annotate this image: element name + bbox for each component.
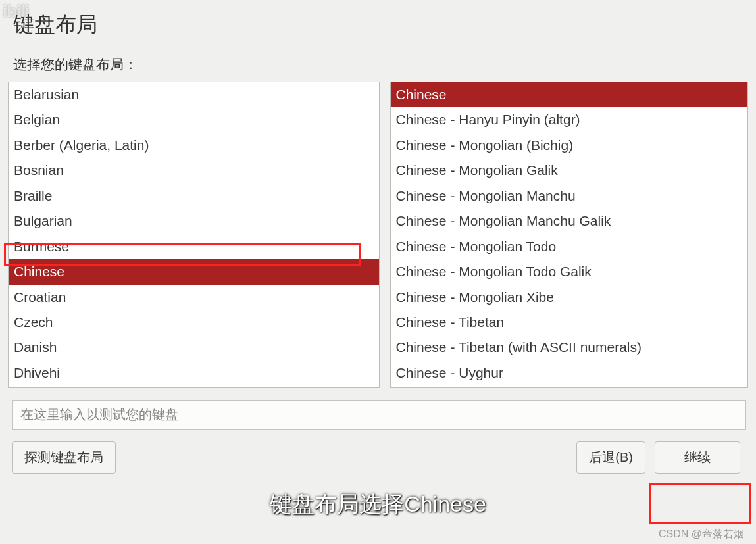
variant-listbox[interactable]: ChineseChinese - Hanyu Pinyin (altgr)Chi… (390, 82, 749, 388)
layout-item[interactable]: Bulgarian (9, 209, 379, 234)
layout-item[interactable]: Berber (Algeria, Latin) (9, 133, 379, 158)
back-button[interactable]: 后退(B) (576, 441, 645, 474)
variant-item[interactable]: Chinese - Hanyu Pinyin (altgr) (391, 107, 748, 132)
variant-item[interactable]: Chinese - Mongolian Manchu Galik (391, 209, 748, 234)
layout-item[interactable]: Chinese (9, 259, 379, 284)
variant-item[interactable]: Chinese - Mongolian Xibe (391, 285, 748, 310)
variant-item[interactable]: Chinese - Mongolian Todo (391, 234, 748, 259)
layout-item[interactable]: Burmese (9, 234, 379, 259)
layout-item[interactable]: Croatian (9, 285, 379, 310)
watermark-bottom-right: CSDN @帝落若烟 (659, 528, 744, 541)
video-caption-overlay: 键盘布局选择Chinese (270, 489, 486, 520)
variant-item[interactable]: Chinese - Mongolian Galik (391, 158, 748, 183)
variant-item[interactable]: Chinese - Uyghur (391, 360, 748, 385)
layout-item[interactable]: Bosnian (9, 158, 379, 183)
layout-item[interactable]: Dutch (9, 385, 379, 388)
annotation-highlight-continue (649, 483, 751, 524)
layout-item[interactable]: Danish (9, 335, 379, 360)
layout-item[interactable]: Dhivehi (9, 360, 379, 385)
layout-item[interactable]: Belarusian (9, 82, 379, 107)
variant-item[interactable]: Chinese - Mongolian Manchu (391, 184, 748, 209)
detect-layout-button[interactable]: 探测键盘布局 (12, 441, 116, 474)
continue-button[interactable]: 继续 (655, 441, 740, 474)
layout-item[interactable]: Braille (9, 184, 379, 209)
layout-listbox[interactable]: BelarusianBelgianBerber (Algeria, Latin)… (8, 82, 380, 388)
variant-item[interactable]: Chinese (391, 82, 748, 107)
keyboard-test-input[interactable] (12, 400, 746, 430)
variant-item[interactable]: Chinese - Tibetan (with ASCII numerals) (391, 335, 748, 360)
layout-item[interactable]: Belgian (9, 107, 379, 132)
variant-item[interactable]: Chinese - Mongolian Todo Galik (391, 259, 748, 284)
variant-item[interactable]: Chinese - Mongolian (Bichig) (391, 133, 748, 158)
subtitle-label: 选择您的键盘布局： (13, 55, 748, 74)
watermark-top-left: ibili (3, 1, 29, 22)
page-title: 键盘布局 (13, 11, 748, 39)
variant-item[interactable]: Chinese - Tibetan (391, 310, 748, 335)
layout-item[interactable]: Czech (9, 310, 379, 335)
